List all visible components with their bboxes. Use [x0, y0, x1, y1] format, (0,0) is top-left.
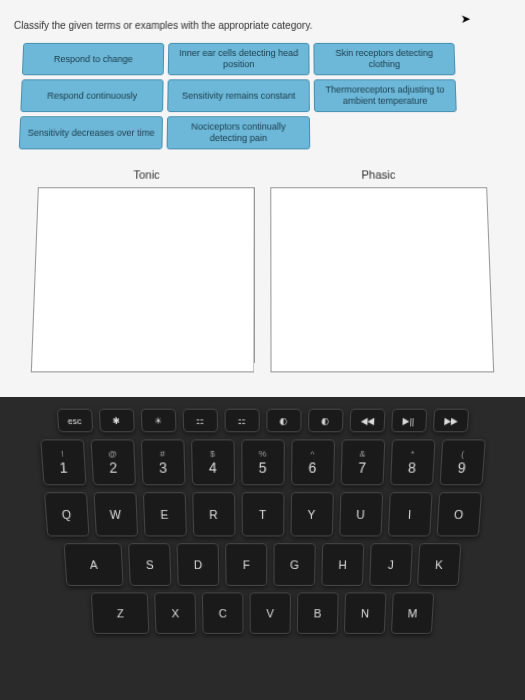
num-key[interactable]: *8 [389, 439, 435, 485]
letter-key[interactable]: B [297, 592, 339, 634]
letter-key[interactable]: R [192, 492, 235, 536]
letter-key[interactable]: W [93, 492, 138, 536]
num-key[interactable]: #3 [140, 439, 185, 485]
asdf-row: A S D F G H J K [0, 543, 525, 586]
phasic-drop-box[interactable] [270, 187, 494, 372]
letter-key[interactable]: J [369, 543, 413, 586]
instruction-text: Classify the given terms or examples wit… [14, 20, 512, 31]
letter-key[interactable]: Z [91, 592, 150, 634]
number-row: !1 @2 #3 $4 %5 ^6 &7 *8 (9 [0, 439, 525, 485]
num-key[interactable]: (9 [439, 439, 485, 485]
num-key[interactable]: ^6 [290, 439, 334, 485]
fn-key[interactable]: ▶|| [391, 409, 427, 433]
letter-key[interactable]: X [154, 592, 196, 634]
letter-key[interactable]: U [339, 492, 383, 536]
letter-key[interactable]: C [202, 592, 244, 634]
fn-key[interactable]: ☀ [140, 409, 176, 433]
qwerty-row: Q W E R T Y U I O [0, 492, 525, 536]
letter-key[interactable]: I [387, 492, 432, 536]
letter-key[interactable]: T [241, 492, 284, 536]
letter-key[interactable]: S [128, 543, 172, 586]
num-key[interactable]: &7 [340, 439, 385, 485]
esc-key[interactable]: esc [56, 409, 93, 433]
laptop-screen: ➤ Classify the given terms or examples w… [0, 0, 525, 449]
letter-key[interactable]: A [64, 543, 124, 586]
fn-key[interactable]: ⚏ [224, 409, 259, 433]
fn-key[interactable]: ✱ [98, 409, 134, 433]
term-card[interactable]: Skin receptors detecting clothing [313, 43, 455, 75]
fn-key[interactable]: ⚏ [182, 409, 218, 433]
letter-key[interactable]: O [436, 492, 482, 536]
num-key[interactable]: @2 [90, 439, 136, 485]
fn-key[interactable]: ◐ [307, 409, 343, 433]
mouse-cursor: ➤ [460, 12, 471, 26]
letter-key[interactable]: G [273, 543, 315, 586]
function-row: esc ✱ ☀ ⚏ ⚏ ◐ ◐ ◀◀ ▶|| ▶▶ [0, 409, 525, 433]
laptop-keyboard: esc ✱ ☀ ⚏ ⚏ ◐ ◐ ◀◀ ▶|| ▶▶ !1 @2 #3 $4 %5… [0, 397, 525, 700]
card-row: Respond to change Inner ear cells detect… [22, 43, 513, 75]
tonic-column: Tonic [31, 168, 255, 372]
letter-key[interactable]: F [225, 543, 267, 586]
zxcv-row: Z X C V B N M [0, 592, 525, 634]
num-key[interactable]: !1 [40, 439, 86, 485]
tonic-drop-box[interactable] [31, 187, 255, 372]
letter-key[interactable]: H [321, 543, 364, 586]
letter-key[interactable]: K [417, 543, 461, 586]
term-card[interactable]: Thermoreceptors adjusting to ambient tem… [314, 79, 457, 112]
num-key[interactable]: %5 [241, 439, 285, 485]
letter-key[interactable]: N [344, 592, 387, 634]
term-card[interactable]: Inner ear cells detecting head position [168, 43, 310, 75]
letter-key[interactable]: E [142, 492, 186, 536]
letter-key[interactable]: V [250, 592, 292, 634]
term-card[interactable]: Respond continuously [20, 79, 163, 112]
letter-key[interactable]: Y [290, 492, 333, 536]
num-key[interactable]: $4 [190, 439, 234, 485]
letter-key[interactable]: D [176, 543, 219, 586]
fn-key[interactable]: ◐ [266, 409, 301, 433]
phasic-column: Phasic [270, 168, 494, 372]
draggable-cards-area: Respond to change Inner ear cells detect… [19, 43, 517, 149]
letter-key[interactable]: Q [43, 492, 89, 536]
card-row: Respond continuously Sensitivity remains… [20, 79, 515, 112]
term-card[interactable]: Sensitivity remains constant [167, 79, 310, 112]
fn-key[interactable]: ▶▶ [432, 409, 469, 433]
letter-key[interactable]: M [391, 592, 434, 634]
drop-zones: Tonic Phasic [0, 168, 525, 372]
phasic-label: Phasic [361, 168, 395, 181]
tonic-label: Tonic [133, 168, 160, 181]
fn-key[interactable]: ◀◀ [349, 409, 385, 433]
card-row: Sensitivity decreases over time Nocicept… [19, 116, 517, 149]
term-card[interactable]: Respond to change [22, 43, 164, 75]
term-card[interactable]: Nociceptors continually detecting pain [167, 116, 311, 149]
term-card[interactable]: Sensitivity decreases over time [19, 116, 163, 149]
